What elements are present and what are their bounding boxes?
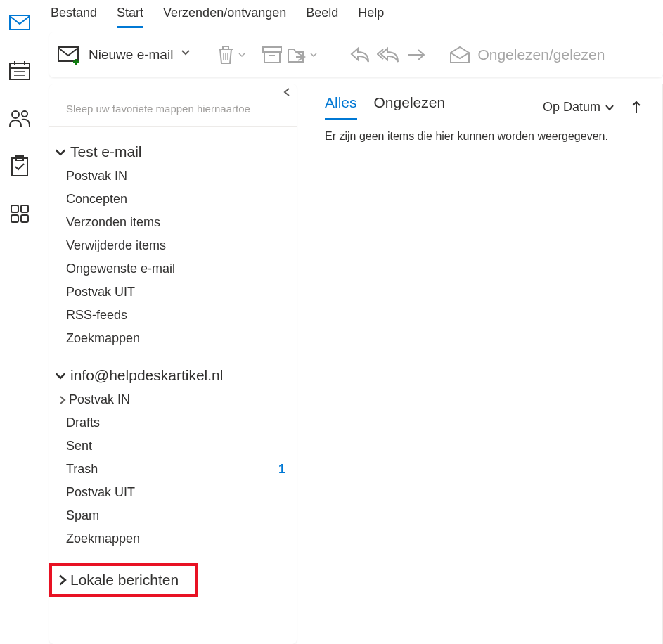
folder-postvak-in[interactable]: Postvak IN	[49, 165, 297, 188]
menu-start[interactable]: Start	[117, 6, 143, 28]
folder-spam[interactable]: Spam	[49, 504, 297, 527]
delete-button[interactable]	[217, 42, 257, 67]
folder-concepten[interactable]: Concepten	[49, 188, 297, 211]
menu-bar: Bestand Start Verzenden/ontvangen Beeld …	[39, 0, 663, 30]
apps-icon[interactable]	[8, 202, 31, 225]
unread-count: 1	[278, 462, 285, 477]
folder-drafts[interactable]: Drafts	[49, 411, 297, 434]
reply-button[interactable]	[347, 42, 373, 67]
new-mail-button[interactable]: Nieuwe e-mail	[58, 46, 197, 63]
folder-pane: Sleep uw favoriete mappen hiernaartoe Te…	[49, 84, 297, 644]
chevron-down-icon[interactable]	[181, 50, 191, 60]
separator	[439, 41, 439, 69]
account-name: info@helpdeskartikel.nl	[70, 367, 223, 384]
folder-sent[interactable]: Sent	[49, 434, 297, 458]
account-header[interactable]: Test e-mail	[49, 139, 297, 165]
read-unread-label: Ongelezen/gelezen	[477, 46, 605, 63]
move-button[interactable]	[288, 42, 327, 67]
menu-bestand[interactable]: Bestand	[51, 6, 97, 26]
local-messages-label: Lokale berichten	[70, 572, 179, 588]
empty-list-message: Er zijn geen items die hier kunnen worde…	[311, 120, 662, 143]
folder-postvak-uit2[interactable]: Postvak UIT	[49, 481, 297, 504]
folder-verzonden[interactable]: Verzonden items	[49, 211, 297, 234]
menu-help[interactable]: Help	[358, 6, 384, 26]
nav-rail	[0, 0, 39, 644]
tab-unread[interactable]: Ongelezen	[374, 94, 446, 120]
menu-beeld[interactable]: Beeld	[306, 6, 338, 26]
svg-rect-12	[21, 205, 28, 212]
chevron-right-icon	[58, 395, 67, 405]
new-mail-icon	[58, 46, 80, 63]
people-icon[interactable]	[8, 107, 31, 129]
favorites-hint: Sleep uw favoriete mappen hiernaartoe	[49, 97, 297, 127]
svg-rect-0	[10, 15, 30, 30]
svg-rect-14	[21, 215, 28, 222]
chevron-down-icon	[53, 145, 67, 159]
folder-verwijderde[interactable]: Verwijderde items	[49, 234, 297, 257]
chevron-right-icon	[56, 574, 69, 586]
read-unread-button[interactable]: Ongelezen/gelezen	[449, 46, 605, 63]
chevron-down-icon	[53, 368, 67, 382]
folder-zoekmappen2[interactable]: Zoekmappen	[49, 527, 297, 550]
separator	[337, 41, 337, 69]
tasks-icon[interactable]	[8, 155, 31, 177]
svg-point-8	[22, 111, 27, 117]
folder-postvak-in2[interactable]: Postvak IN	[49, 388, 297, 411]
account-header[interactable]: info@helpdeskartikel.nl	[49, 363, 297, 388]
collapse-pane-icon[interactable]	[283, 87, 291, 97]
account-info-helpdesk: info@helpdeskartikel.nl Postvak IN Draft…	[49, 350, 297, 550]
sort-arrow-up-icon[interactable]	[631, 101, 641, 115]
tab-all[interactable]: Alles	[325, 94, 357, 120]
new-mail-label: Nieuwe e-mail	[89, 47, 173, 63]
folder-postvak-uit[interactable]: Postvak UIT	[49, 281, 297, 304]
folder-trash[interactable]: Trash1	[49, 458, 297, 481]
svg-rect-19	[223, 46, 228, 49]
folder-zoekmappen[interactable]: Zoekmappen	[49, 327, 297, 350]
svg-rect-24	[264, 52, 280, 63]
svg-point-7	[12, 111, 19, 118]
reply-all-button[interactable]	[375, 42, 401, 67]
sort-label: Op Datum	[543, 100, 600, 115]
separator	[207, 41, 207, 69]
local-messages-highlight[interactable]: Lokale berichten	[49, 563, 198, 597]
calendar-icon[interactable]	[8, 59, 31, 82]
svg-rect-11	[11, 205, 18, 212]
mail-icon[interactable]	[8, 11, 31, 34]
svg-rect-13	[11, 215, 18, 222]
chevron-down-icon	[605, 104, 614, 111]
forward-button[interactable]	[404, 42, 429, 67]
message-list-pane: Alles Ongelezen Op Datum Er zijn geen it…	[311, 84, 663, 644]
folder-ongewenste[interactable]: Ongewenste e-mail	[49, 257, 297, 281]
sort-dropdown[interactable]: Op Datum	[543, 100, 641, 115]
menu-verzenden[interactable]: Verzenden/ontvangen	[163, 6, 286, 26]
folder-rss[interactable]: RSS-feeds	[49, 304, 297, 327]
archive-button[interactable]	[259, 42, 285, 67]
ribbon-toolbar: Nieuwe e-mail On	[49, 32, 663, 77]
account-test-email: Test e-mail Postvak IN Concepten Verzond…	[49, 127, 297, 350]
account-name: Test e-mail	[70, 143, 142, 160]
svg-rect-23	[263, 47, 281, 52]
